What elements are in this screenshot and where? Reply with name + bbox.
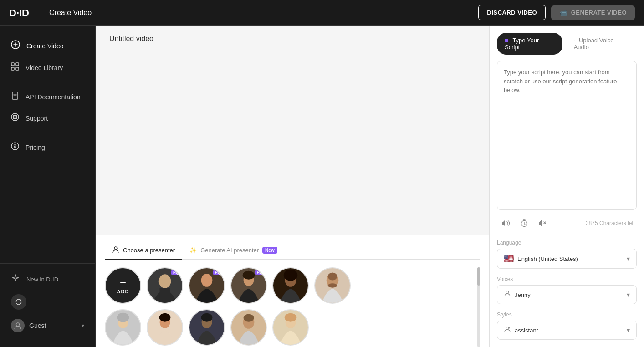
person-tab-icon xyxy=(112,246,119,255)
svg-point-33 xyxy=(506,291,509,294)
sparkle-tab-icon: ✨ xyxy=(189,247,197,254)
voices-select[interactable]: Jenny ▾ xyxy=(497,285,637,304)
script-textarea[interactable] xyxy=(497,61,637,210)
svg-point-34 xyxy=(506,327,509,330)
header-left: D·ID Create Video xyxy=(9,5,92,20)
presenter-1[interactable]: HQ xyxy=(147,267,183,304)
scroll-thumb xyxy=(477,267,480,286)
presenter-row-1: + ADD HQ xyxy=(105,267,475,304)
voices-value: Jenny xyxy=(515,291,531,298)
sidebar-item-pricing[interactable]: Pricing xyxy=(0,137,95,158)
sidebar-item-create-video[interactable]: Create Video xyxy=(0,35,95,57)
document-icon xyxy=(11,92,19,102)
language-chevron-icon: ▾ xyxy=(627,255,630,262)
new-badge: New xyxy=(262,247,277,254)
audio-tool-button[interactable] xyxy=(499,216,513,230)
presenter-section: Choose a presenter ✨ Generate AI present… xyxy=(96,235,489,347)
tab-generate-label: Generate AI presenter xyxy=(200,247,259,254)
presenter-2[interactable]: HQ xyxy=(189,267,225,304)
svg-rect-4 xyxy=(11,67,14,70)
mute-tool-button[interactable] xyxy=(535,216,550,230)
language-value: English (United States) xyxy=(517,255,578,262)
presenter-3[interactable]: HQ xyxy=(230,267,267,304)
tab-choose-presenter[interactable]: Choose a presenter xyxy=(105,242,182,260)
grid-icon xyxy=(11,62,19,73)
language-select-left: 🇺🇸 English (United States) xyxy=(504,254,578,264)
main-layout: Create Video Video Library xyxy=(0,26,644,347)
plus-add-icon: + xyxy=(120,277,126,288)
tab-upload-audio[interactable]: · Upload Voice Audio xyxy=(566,33,637,55)
svg-point-7 xyxy=(11,113,19,121)
tab-choose-label: Choose a presenter xyxy=(123,247,175,254)
flag-icon: 🇺🇸 xyxy=(504,254,514,264)
sidebar-item-api-docs[interactable]: API Documentation xyxy=(0,86,95,107)
styles-chevron-icon: ▾ xyxy=(627,327,630,334)
sidebar-label-api: API Documentation xyxy=(26,93,81,101)
styles-select[interactable]: assistant ▾ xyxy=(497,321,637,340)
video-canvas[interactable] xyxy=(96,47,489,235)
sparkle-icon xyxy=(11,274,20,285)
sidebar-divider-2 xyxy=(0,133,95,133)
voices-label: Voices xyxy=(497,276,637,282)
video-canvas-area: Untitled video xyxy=(96,26,489,347)
video-title-area: Untitled video xyxy=(96,26,489,47)
hq-badge-2: HQ xyxy=(213,270,222,275)
styles-select-left: assistant xyxy=(504,326,538,335)
plus-icon xyxy=(11,40,20,51)
right-panel: Type Your Script · Upload Voice Audio xyxy=(489,26,644,347)
presenter-7[interactable] xyxy=(147,309,183,346)
sidebar-item-support[interactable]: Support xyxy=(0,107,95,129)
add-presenter-button[interactable]: + ADD xyxy=(105,267,141,304)
support-icon xyxy=(11,113,19,123)
sidebar-label-create: Create Video xyxy=(26,42,63,50)
refresh-button[interactable] xyxy=(11,294,26,310)
header-actions: DISCARD VIDEO 📹 GENERATE VIDEO xyxy=(478,5,635,20)
sidebar-item-new-in-did[interactable]: New in D-ID xyxy=(0,268,95,291)
svg-rect-2 xyxy=(11,63,14,66)
styles-label: Styles xyxy=(497,311,637,318)
presenter-10[interactable] xyxy=(272,309,309,346)
svg-point-16 xyxy=(243,271,255,280)
language-select[interactable]: 🇺🇸 English (United States) ▾ xyxy=(497,249,637,269)
svg-point-12 xyxy=(159,274,171,288)
svg-point-31 xyxy=(285,313,297,322)
presenter-row-2 xyxy=(105,309,475,346)
discard-video-button[interactable]: DISCARD VIDEO xyxy=(478,5,546,20)
sidebar-item-guest[interactable]: Guest ▾ xyxy=(0,313,95,338)
presenter-5[interactable] xyxy=(314,267,351,304)
generate-video-button[interactable]: 📹 GENERATE VIDEO xyxy=(551,5,635,20)
sidebar: Create Video Video Library xyxy=(0,26,96,347)
presenter-9[interactable] xyxy=(230,309,267,346)
new-in-did-label: New in D-ID xyxy=(26,276,58,283)
presenter-6[interactable] xyxy=(105,309,141,346)
voices-section: Voices Jenny ▾ xyxy=(497,276,637,304)
guest-label: Guest xyxy=(29,322,46,329)
tab-type-script[interactable]: Type Your Script xyxy=(497,33,562,55)
voices-chevron-icon: ▾ xyxy=(627,291,630,298)
svg-point-23 xyxy=(117,313,129,322)
svg-point-10 xyxy=(16,323,20,326)
presenter-scroll[interactable]: + ADD HQ xyxy=(105,267,475,347)
voice-person-icon xyxy=(504,290,511,299)
svg-point-29 xyxy=(244,314,254,322)
svg-point-14 xyxy=(201,274,213,287)
sidebar-item-video-library[interactable]: Video Library xyxy=(0,57,95,78)
sidebar-nav: Create Video Video Library xyxy=(0,35,95,263)
sidebar-bottom: New in D-ID Guest ▾ xyxy=(0,263,95,338)
video-title: Untitled video xyxy=(109,35,153,42)
presenter-4[interactable] xyxy=(272,267,309,304)
tab-generate-presenter[interactable]: ✨ Generate AI presenter New xyxy=(182,242,284,260)
presenter-8[interactable] xyxy=(189,309,225,346)
char-count: 3875 Characters left xyxy=(586,220,635,226)
svg-rect-5 xyxy=(16,67,19,70)
add-label: ADD xyxy=(117,289,129,294)
presenter-tabs: Choose a presenter ✨ Generate AI present… xyxy=(105,242,480,260)
svg-rect-3 xyxy=(16,63,19,66)
timer-tool-button[interactable] xyxy=(517,216,532,230)
scroll-bar[interactable] xyxy=(477,267,480,347)
style-icon xyxy=(504,326,511,335)
chevron-down-icon: ▾ xyxy=(82,322,84,329)
script-tabs: Type Your Script · Upload Voice Audio xyxy=(497,33,637,55)
svg-point-18 xyxy=(284,270,297,281)
script-tools: 3875 Characters left xyxy=(497,212,637,232)
